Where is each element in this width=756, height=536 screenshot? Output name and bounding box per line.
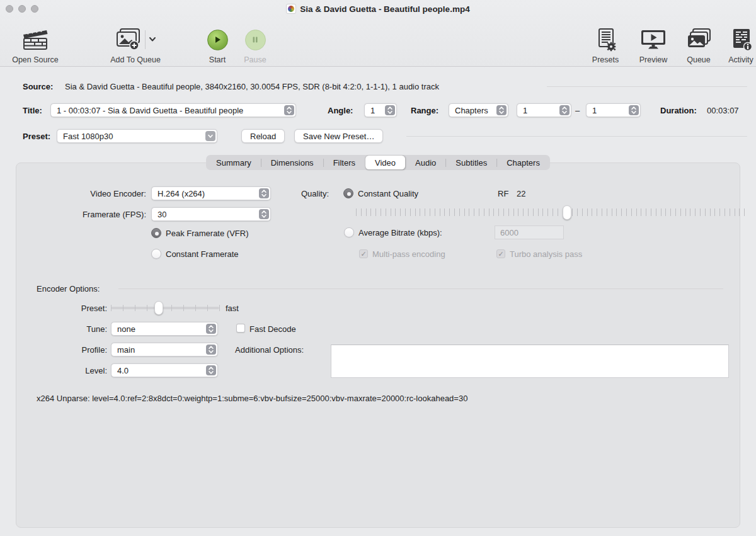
video-encoder-popup[interactable]: H.264 (x264) — [151, 186, 271, 200]
x264-preset-slider-thumb[interactable] — [154, 301, 163, 315]
turbo-label: Turbo analysis pass — [510, 249, 582, 259]
clapperboard-icon — [21, 25, 50, 54]
handbrake-window: Sia & David Guetta - Beautiful people.mp… — [0, 0, 756, 536]
title-popup[interactable]: 1 - 00:03:07 - Sia & David Guetta - Beau… — [50, 103, 296, 117]
preset-popup-value: Fast 1080p30 — [63, 132, 113, 141]
encoder-options-divider — [118, 288, 723, 289]
open-source-button[interactable]: Open Source — [4, 20, 67, 64]
fast-decode-label: Fast Decode — [249, 324, 296, 334]
level-value: 4.0 — [117, 366, 129, 375]
video-encoder-label: Video Encoder: — [25, 189, 146, 198]
profile-popup[interactable]: main — [111, 343, 218, 356]
preset-popup[interactable]: Fast 1080p30 — [57, 129, 217, 143]
tune-value: none — [117, 324, 135, 334]
range-from-value: 1 — [523, 106, 527, 115]
quality-label: Quality: — [301, 189, 329, 198]
tab-filters[interactable]: Filters — [324, 156, 365, 169]
save-new-preset-button[interactable]: Save New Preset… — [294, 129, 383, 143]
range-type-popup[interactable]: Chapters — [449, 103, 508, 117]
pause-button[interactable]: Pause — [238, 20, 273, 64]
presets-label: Presets — [592, 55, 619, 64]
preview-button[interactable]: Preview — [633, 20, 673, 64]
document-proxy-icon — [286, 4, 296, 14]
pause-label: Pause — [244, 55, 266, 64]
fast-decode-checkbox[interactable] — [236, 324, 245, 333]
queue-label: Queue — [687, 55, 711, 64]
average-bitrate-radio[interactable] — [344, 227, 354, 237]
range-to-popup[interactable]: 1 — [586, 103, 641, 117]
framerate-label: Framerate (FPS): — [25, 210, 146, 219]
angle-popup[interactable]: 1 — [364, 103, 397, 117]
rf-slider-thumb[interactable] — [563, 205, 571, 220]
video-encoder-value: H.264 (x264) — [158, 189, 205, 198]
source-label: Source: — [23, 82, 53, 91]
additional-options-textarea[interactable] — [331, 345, 729, 378]
framerate-value: 30 — [158, 210, 166, 219]
settings-tabbar: Summary Dimensions Filters Video Audio S… — [206, 155, 550, 170]
average-bitrate-field[interactable]: 6000 — [495, 225, 564, 239]
monitor-play-icon — [639, 25, 667, 54]
stepper-icon — [629, 105, 639, 115]
titlebar[interactable]: Sia & David Guetta - Beautiful people.mp… — [0, 0, 756, 18]
open-source-label: Open Source — [12, 55, 59, 64]
duration-value: 00:03:07 — [707, 106, 739, 115]
tab-dimensions[interactable]: Dimensions — [261, 156, 323, 169]
reload-button[interactable]: Reload — [241, 129, 285, 143]
presets-button[interactable]: Presets — [587, 20, 624, 64]
play-circle-icon — [207, 30, 228, 50]
encoder-options-label: Encoder Options: — [37, 284, 100, 294]
chevron-down-icon[interactable] — [148, 35, 157, 45]
angle-popup-value: 1 — [370, 106, 375, 115]
activity-label: Activity — [728, 55, 753, 64]
stepper-icon — [206, 365, 216, 375]
x264-preset-value: fast — [226, 304, 239, 313]
stepper-icon — [206, 345, 216, 355]
preset-divider — [406, 136, 747, 137]
level-popup[interactable]: 4.0 — [111, 363, 218, 377]
title-popup-value: 1 - 00:03:07 - Sia & David Guetta - Beau… — [57, 106, 243, 115]
peak-framerate-label: Peak Framerate (VFR) — [166, 229, 248, 238]
constant-quality-radio[interactable] — [343, 188, 353, 198]
turbo-checkbox[interactable]: ✓ — [496, 249, 505, 258]
range-label: Range: — [411, 106, 438, 115]
constant-framerate-label: Constant Framerate — [166, 249, 239, 259]
constant-quality-label: Constant Quality — [358, 189, 418, 198]
source-divider — [547, 86, 747, 87]
peak-framerate-radio[interactable] — [151, 228, 161, 238]
tune-popup[interactable]: none — [111, 322, 218, 336]
preview-label: Preview — [639, 55, 667, 64]
tab-subtitles[interactable]: Subtitles — [446, 156, 496, 169]
stepper-icon — [284, 105, 294, 115]
level-label: Level: — [38, 366, 107, 375]
multipass-checkbox[interactable]: ✓ — [359, 249, 368, 258]
angle-label: Angle: — [328, 106, 353, 115]
preset-label: Preset: — [23, 132, 50, 141]
tab-video[interactable]: Video — [365, 156, 405, 169]
photos-add-icon — [115, 26, 142, 54]
source-value: Sia & David Guetta - Beautiful people, 3… — [65, 82, 439, 91]
profile-value: main — [117, 345, 135, 355]
range-to-value: 1 — [592, 106, 597, 115]
framerate-popup[interactable]: 30 — [151, 207, 271, 221]
queue-button[interactable]: Queue — [681, 20, 716, 64]
range-from-popup[interactable]: 1 — [517, 103, 571, 117]
range-dash: – — [575, 106, 580, 115]
stepper-icon — [259, 188, 269, 198]
add-to-queue-button[interactable]: Add To Queue — [101, 20, 170, 64]
constant-framerate-radio[interactable] — [151, 249, 161, 259]
activity-button[interactable]: Activity — [722, 20, 756, 64]
x264-unparse-text: x264 Unparse: level=4.0:ref=2:8x8dct=0:w… — [37, 394, 467, 403]
start-label: Start — [209, 55, 226, 64]
stepper-icon — [206, 324, 216, 334]
stacked-photos-icon — [685, 25, 712, 54]
tab-chapters[interactable]: Chapters — [497, 156, 549, 169]
document-info-icon — [728, 25, 753, 54]
duration-label: Duration: — [660, 106, 697, 115]
rf-quality-slider[interactable] — [356, 208, 747, 216]
window-title-text: Sia & David Guetta - Beautiful people.mp… — [300, 4, 469, 14]
start-button[interactable]: Start — [200, 20, 235, 64]
stepper-icon — [559, 105, 570, 115]
tab-audio[interactable]: Audio — [406, 156, 445, 169]
chevron-down-icon — [205, 131, 215, 141]
tab-summary[interactable]: Summary — [207, 156, 261, 169]
